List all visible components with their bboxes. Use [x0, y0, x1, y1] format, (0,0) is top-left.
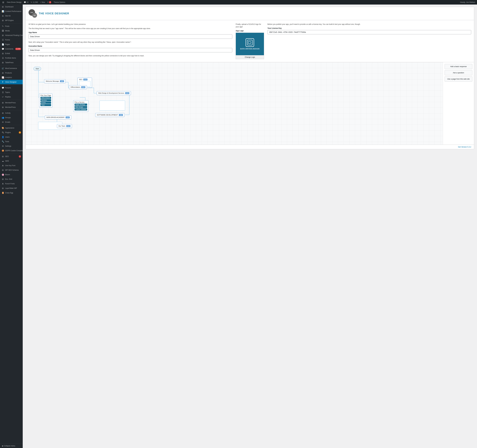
change-logo-button[interactable]: Change Logo	[236, 55, 264, 59]
flow-node-software-dev[interactable]: SOFTWARE DEVELOPMENT next	[95, 113, 125, 117]
voice-designer-flow[interactable]: Start Welcome Message next SEO next	[26, 62, 443, 145]
analytics-icon: 📈	[2, 76, 4, 79]
flow-node-differentiators[interactable]: Differentiators next	[69, 85, 87, 89]
gdpr-icon: 🍪	[2, 149, 4, 152]
sidebar-item-tools[interactable]: 🔧 Tools	[0, 139, 23, 144]
sidebar-item-analytics[interactable]: 📈 Analytics	[0, 75, 23, 80]
voice-designer-canvas: Start Welcome Message next SEO next	[26, 62, 474, 145]
use-page-button[interactable]: Use a page from this web site	[445, 77, 472, 82]
voice-designer-form-section: Hi! We're so glad you're here. Let's get…	[26, 20, 474, 62]
flow-node-welcome[interactable]: Welcome Message next	[44, 79, 66, 83]
invocation-name-label: Invocation Name	[29, 45, 232, 47]
sidebar-item-wp-engine[interactable]: ⊞ WP Engine	[0, 18, 23, 23]
sidebar-item-plugins[interactable]: 🔌 Plugins 8	[0, 130, 23, 135]
sidebar-item-settings[interactable]: ⚙ Settings	[0, 144, 23, 148]
topics-icon: ☰	[2, 91, 4, 94]
aws-icon: ☁	[2, 160, 4, 162]
adminbar-visual-composer[interactable]: V 2	[47, 1, 51, 3]
collapse-menu[interactable]: ◀ Collapse menu	[0, 444, 23, 448]
memberpress1-icon: ⊞	[2, 102, 4, 104]
sidebar-item-use-any-font[interactable]: A Use Any Font	[0, 163, 23, 168]
wp-seo-schema-icon: ⊞	[2, 169, 4, 171]
adminbar-howdy[interactable]: Howdy, Joe Wallace	[460, 1, 475, 3]
sidebar-item-tablepress[interactable]: ⊞ TablePress	[0, 60, 23, 65]
sidebar-item-aws[interactable]: ☁ AWS	[0, 159, 23, 163]
license-key-input[interactable]	[268, 30, 471, 34]
sidebar-item-forums[interactable]: 💬 Forums	[0, 86, 23, 90]
app-name-input[interactable]	[29, 34, 232, 39]
get-version-link[interactable]: Get Version 5.3.2	[458, 146, 471, 148]
app-name-label: App Name	[29, 31, 232, 34]
adminbar-theme-options[interactable]: Theme Options	[54, 1, 65, 3]
svg-point-4	[34, 15, 35, 16]
sidebar-item-wp-seo-schema[interactable]: ⊞ WP SEO Schema	[0, 168, 23, 172]
logo-section-text: Finally, upload a 512x512 logo for your …	[236, 23, 264, 28]
portfolio-icon: ☰	[2, 57, 4, 59]
users-icon: 👤	[2, 136, 4, 138]
sidebar-item-groups[interactable]: 👥 Groups	[0, 115, 23, 120]
sidebar-item-memberpress1[interactable]: ⊞ MemberPress	[0, 100, 23, 105]
flow-node-web-design[interactable]: Web Design & Development Services next	[97, 91, 131, 95]
sidebar-item-media[interactable]: 🖼 Media	[0, 29, 23, 33]
wp-engine-icon: ⊞	[2, 19, 4, 22]
flow-node-our-team[interactable]: Our Team next	[57, 124, 72, 128]
sidebar-item-appearance[interactable]: 🎨 Appearance	[0, 126, 23, 130]
sidebar-item-ess-grid[interactable]: ⊞ Ess. Grid	[0, 177, 23, 182]
content-performance-icon: 📊	[2, 10, 4, 12]
sidebar-item-punch-fonts[interactable]: A Punch Fonts	[0, 182, 23, 186]
invocation-text: Next, let's setup your "invocation name"…	[29, 41, 232, 43]
sidebar-item-topics[interactable]: ☰ Topics	[0, 90, 23, 95]
sidebar-item-posts[interactable]: ✎ Posts	[0, 24, 23, 29]
sidebar-item-emails[interactable]: ✉ Emails	[0, 120, 23, 124]
sidebar-item-products[interactable]: ⊞ Products	[0, 71, 23, 75]
site-kit-icon: G	[2, 15, 4, 17]
admin-bar: ⊞ Data Driven Design 💬 10 ↻ 11,590 + New…	[0, 0, 477, 5]
vd-sidebar-actions: Add a basic response Ask a question Use …	[443, 62, 474, 145]
first-thing-text: The first thing that we need is your "ap…	[29, 27, 232, 30]
settings-icon: ⚙	[2, 145, 4, 147]
sidebar-item-memberpress2[interactable]: ⊞ MemberPress	[0, 105, 23, 110]
seo-icon: ⊞	[2, 155, 4, 158]
app-logo-label: App Logo	[236, 30, 264, 32]
sidebar-item-advanced-floating[interactable]: ⊞ Advanced Floating Content	[0, 33, 23, 38]
sidebar-item-seo[interactable]: ⊞ SEO 2	[0, 154, 23, 159]
voice-designer-icon: 🎙	[2, 81, 4, 83]
svg-point-1	[31, 12, 32, 13]
flow-node-pick-page[interactable]: Pick Your Page Differentiators Services …	[39, 94, 52, 107]
sidebar-item-forms[interactable]: ☰ Forms	[0, 38, 23, 42]
sidebar-item-crazy-egg[interactable]: 🥚 Crazy Egg	[0, 190, 23, 195]
sidebar-item-replies[interactable]: ↩ Replies	[0, 95, 23, 99]
svg-point-5	[35, 15, 36, 16]
ask-question-button[interactable]: Ask a question	[445, 70, 472, 75]
plugins-icon: 🔌	[2, 131, 4, 134]
sidebar-item-users[interactable]: 👤 Users	[0, 135, 23, 139]
sidebar-item-enfold[interactable]: ⊞ Enfold	[0, 51, 23, 56]
add-basic-response-button[interactable]: Add a basic response	[445, 64, 472, 69]
app-logo-container: DATA DRIVEN.DESIGN	[236, 33, 264, 55]
sidebar-item-woocommerce[interactable]: 🛒 WooCommerce	[0, 66, 23, 71]
vd-right-column: Before you publish your app, you'll need…	[268, 23, 471, 59]
sidebar-item-comments[interactable]: 💬 Comments 11,590	[0, 47, 23, 51]
sidebar-item-bloom[interactable]: 🌸 Bloom	[0, 172, 23, 177]
admin-sidebar: ⊞ Dashboard 📊 Content Performance G Site…	[0, 5, 23, 448]
adminbar-site-name[interactable]: Data Driven Design	[7, 1, 22, 3]
sidebar-item-site-kit[interactable]: G Site Kit	[0, 14, 23, 18]
tablepress-icon: ⊞	[2, 61, 4, 64]
wp-logo[interactable]: ⊞	[2, 1, 5, 4]
sidebar-item-gdpr[interactable]: 🍪 GDPR Cookie Compliance	[0, 148, 23, 153]
sidebar-item-pages[interactable]: 📄 Pages	[0, 42, 23, 47]
sidebar-item-dashboard[interactable]: ⊞ Dashboard	[0, 5, 23, 9]
flow-node-start[interactable]: Start	[34, 67, 41, 71]
adminbar-new[interactable]: + New	[40, 1, 45, 3]
sidebar-item-portfolio[interactable]: ☰ Portfolio Items	[0, 56, 23, 60]
invocation-name-input[interactable]	[29, 48, 232, 52]
adminbar-comments[interactable]: 💬 10	[24, 1, 28, 3]
adminbar-updates[interactable]: ↻ 11,590	[31, 1, 38, 3]
sidebar-item-activity[interactable]: ⊞ Activity	[0, 111, 23, 115]
sidebar-item-voice-designer[interactable]: 🎙 Voice Designer	[0, 80, 23, 84]
flow-node-academy[interactable]: DATA DRIVEN ACADEMY next	[45, 115, 71, 119]
flow-node-pick-service[interactable]: Pick a Service Digital Strategy Web Desi…	[73, 100, 89, 112]
voice-designer-title: THE VOICE DESIGNER	[39, 12, 69, 15]
sidebar-item-content-performance[interactable]: 📊 Content Performance	[0, 9, 23, 14]
sidebar-item-layerslider[interactable]: ⊞ LayerSlider WP	[0, 186, 23, 190]
